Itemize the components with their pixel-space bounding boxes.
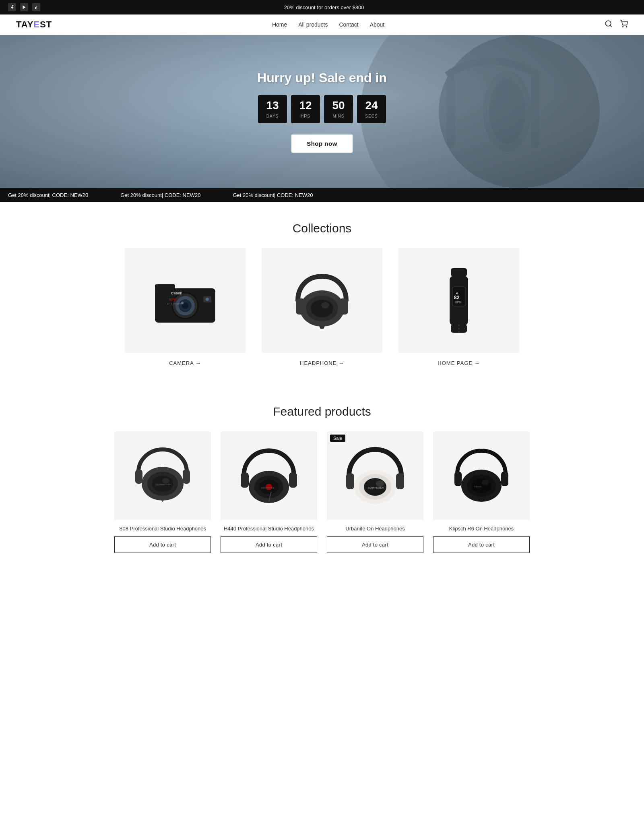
collection-camera-link[interactable]: CAMERA → xyxy=(125,360,246,366)
product-1-illustration: SENNHEISER xyxy=(130,443,195,508)
svg-point-41 xyxy=(458,331,460,333)
svg-rect-9 xyxy=(531,75,539,148)
collections-grid: EOS EF-S 18-55mm Canon CAMERA → xyxy=(0,248,644,385)
product-card-1: SENNHEISER S08 Professional Studio Headp… xyxy=(114,431,211,553)
hero-content: Hurry up! Sale end in 13 DAYS 12 HRS 50 … xyxy=(257,70,387,153)
promo-item-1: Get 20% discount| CODE: NEW20 xyxy=(8,192,88,198)
product-name-1: S08 Professional Studio Headphones xyxy=(114,526,211,532)
product-img-2: audio-technica xyxy=(221,431,317,520)
nav-about[interactable]: About xyxy=(370,21,385,28)
svg-point-39 xyxy=(458,325,460,326)
logo[interactable]: TAYEST xyxy=(16,19,52,30)
svg-text:SENNHEISER: SENNHEISER xyxy=(368,487,384,489)
add-to-cart-button-2[interactable]: Add to cart xyxy=(221,536,317,553)
collection-watch-link[interactable]: Home page → xyxy=(398,360,519,366)
svg-point-40 xyxy=(458,328,460,329)
countdown-hours: 12 HRS xyxy=(291,95,320,123)
collection-headphone-img xyxy=(262,248,382,353)
svg-text:SENNHEISER: SENNHEISER xyxy=(155,483,171,486)
svg-rect-11 xyxy=(155,284,175,292)
announcement-bar: 20% discount for orders over $300 xyxy=(0,0,644,14)
add-to-cart-button-4[interactable]: Add to cart xyxy=(433,536,530,553)
svg-rect-57 xyxy=(396,473,404,489)
svg-rect-30 xyxy=(451,268,467,276)
svg-point-7 xyxy=(489,79,525,144)
promo-item-3: Get 20% discount| CODE: NEW20 xyxy=(233,192,313,198)
svg-point-62 xyxy=(376,480,384,487)
svg-rect-49 xyxy=(241,472,249,488)
hero-title: Hurry up! Sale end in xyxy=(257,70,387,85)
svg-line-2 xyxy=(610,25,612,27)
svg-rect-56 xyxy=(346,473,354,489)
facebook-icon[interactable] xyxy=(8,3,16,11)
svg-text:82: 82 xyxy=(454,295,460,300)
countdown: 13 DAYS 12 HRS 50 MINS 24 SECS xyxy=(257,95,387,123)
product-3-illustration: SENNHEISER xyxy=(343,443,407,508)
countdown-mins: 50 MINS xyxy=(324,95,353,123)
nav-links: Home All products Contact About xyxy=(272,21,384,28)
product-name-2: H440 Professional Studio Headphones xyxy=(221,526,317,532)
svg-point-47 xyxy=(162,478,169,484)
youtube-icon[interactable] xyxy=(20,3,28,11)
svg-rect-42 xyxy=(135,470,142,484)
announcement-text: 20% discount for orders over $300 xyxy=(40,4,608,10)
collection-headphone-link[interactable]: HEADPHONE → xyxy=(262,360,382,366)
svg-point-69 xyxy=(482,480,489,485)
svg-point-4 xyxy=(626,26,627,27)
product-img-1: SENNHEISER xyxy=(114,431,211,520)
product-name-4: Klipsch R6 On Headphones xyxy=(433,526,530,532)
tiktok-icon[interactable] xyxy=(32,3,40,11)
promo-item-2: Get 20% discount| CODE: NEW20 xyxy=(120,192,200,198)
svg-point-18 xyxy=(206,298,209,301)
svg-rect-43 xyxy=(183,470,190,484)
search-icon[interactable] xyxy=(605,20,613,30)
countdown-secs: 24 SECS xyxy=(357,95,386,123)
svg-rect-8 xyxy=(447,75,455,148)
countdown-days: 13 DAYS xyxy=(258,95,287,123)
collection-camera-img: EOS EF-S 18-55mm Canon xyxy=(125,248,246,353)
product-card-2: audio-technica H440 Professional Studio … xyxy=(221,431,317,553)
nav-all-products[interactable]: All products xyxy=(298,21,328,28)
cart-icon[interactable] xyxy=(620,20,628,30)
svg-rect-50 xyxy=(289,472,297,488)
product-2-illustration: audio-technica xyxy=(237,443,301,508)
svg-marker-0 xyxy=(23,6,26,9)
product-img-4: Klipsch xyxy=(433,431,530,520)
collections-title: Collections xyxy=(0,222,644,235)
shop-now-button[interactable]: Shop now xyxy=(291,135,353,153)
nav-contact[interactable]: Contact xyxy=(339,21,358,28)
products-grid: SENNHEISER S08 Professional Studio Headp… xyxy=(0,431,644,569)
add-to-cart-button-1[interactable]: Add to cart xyxy=(114,536,211,553)
svg-text:Klipsch: Klipsch xyxy=(474,485,481,488)
promo-bar: Get 20% discount| CODE: NEW20 Get 20% di… xyxy=(0,188,644,202)
svg-rect-63 xyxy=(454,472,462,486)
navigation: TAYEST Home All products Contact About xyxy=(0,14,644,35)
svg-text:Canon: Canon xyxy=(171,291,182,295)
nav-home[interactable]: Home xyxy=(272,21,287,28)
svg-text:BPM: BPM xyxy=(455,301,461,304)
watch-illustration: ♥ 82 BPM ··· xyxy=(441,264,477,337)
product-img-3: Sale SENNHEISER xyxy=(327,431,423,520)
svg-rect-64 xyxy=(501,472,508,486)
featured-products-title: Featured products xyxy=(0,405,644,418)
svg-text:···: ··· xyxy=(455,305,457,308)
add-to-cart-button-3[interactable]: Add to cart xyxy=(327,536,423,553)
svg-text:audio-technica: audio-technica xyxy=(261,487,274,489)
svg-point-1 xyxy=(606,21,611,26)
svg-point-29 xyxy=(321,302,329,308)
collection-camera[interactable]: EOS EF-S 18-55mm Canon CAMERA → xyxy=(125,248,246,366)
product-4-illustration: Klipsch xyxy=(449,443,514,508)
collection-watch[interactable]: ♥ 82 BPM ··· Home page → xyxy=(398,248,519,366)
svg-point-3 xyxy=(623,26,623,27)
sale-badge: Sale xyxy=(330,435,345,442)
product-name-3: Urbanite On Headphones xyxy=(327,526,423,532)
svg-point-28 xyxy=(311,300,333,317)
camera-illustration: EOS EF-S 18-55mm Canon xyxy=(147,274,223,327)
collection-watch-img: ♥ 82 BPM ··· xyxy=(398,248,519,353)
social-icons xyxy=(8,3,40,11)
promo-bar-inner: Get 20% discount| CODE: NEW20 Get 20% di… xyxy=(0,192,644,198)
headphone-collection-illustration xyxy=(294,268,350,333)
product-card-4: Klipsch Klipsch R6 On Headphones Add to … xyxy=(433,431,530,553)
collection-headphone[interactable]: HEADPHONE → xyxy=(262,248,382,366)
svg-text:EF-S 18-55mm: EF-S 18-55mm xyxy=(167,302,184,305)
